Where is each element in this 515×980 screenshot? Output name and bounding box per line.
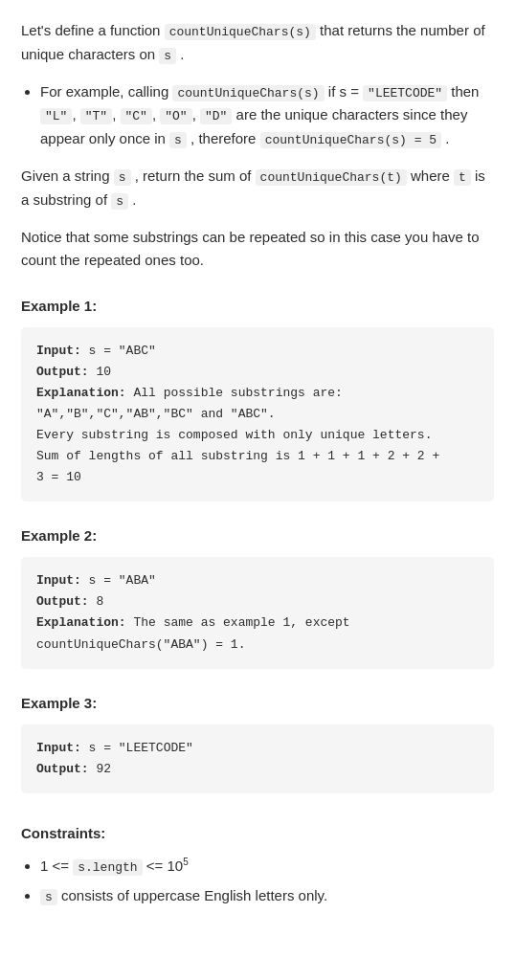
intro-list-item: For example, calling countUniqueChars(s)… [40, 80, 494, 151]
constraints-section: Constraints: 1 <= s.length <= 105 s cons… [21, 822, 494, 908]
example-3-title: Example 3: [21, 692, 494, 715]
func-inline-2: countUniqueChars(s) [172, 85, 324, 101]
example-1-code: Input: s = "ABC" Output: 10 Explanation:… [21, 327, 494, 502]
example-2-code: Input: s = "ABA" Output: 8 Explanation: … [21, 557, 494, 668]
s-var-p2b: s [111, 193, 128, 210]
s-var-constraint: s [40, 889, 57, 905]
example-3-code: Input: s = "LEETCODE" Output: 92 [21, 724, 494, 793]
char-d: "D" [200, 108, 232, 124]
s-length-code: s.length [73, 859, 142, 876]
func-result: countUniqueChars(s) = 5 [260, 132, 441, 148]
example-3: Example 3: Input: s = "LEETCODE" Output:… [21, 692, 494, 793]
leetcode-val: "LEETCODE" [363, 85, 447, 101]
example-1: Example 1: Input: s = "ABC" Output: 10 E… [21, 295, 494, 502]
example-2-title: Example 2: [21, 524, 494, 547]
char-o: "O" [160, 108, 191, 124]
s-var-inline: s [159, 48, 176, 64]
example-2: Example 2: Input: s = "ABA" Output: 8 Ex… [21, 524, 494, 668]
s-var-p2: s [114, 169, 131, 186]
intro-list: For example, calling countUniqueChars(s)… [40, 80, 494, 151]
s-inline-bullet: s [169, 132, 187, 148]
problem-description: Let's define a function countUniqueChars… [21, 19, 494, 907]
func-countUniqueChars-inline: countUniqueChars(s) [165, 24, 316, 40]
intro-paragraph: Let's define a function countUniqueChars… [21, 19, 494, 67]
superscript-5: 5 [183, 857, 189, 867]
paragraph-3: Notice that some substrings can be repea… [21, 226, 494, 272]
paragraph-2: Given a string s , return the sum of cou… [21, 165, 494, 212]
constraint-1: 1 <= s.length <= 105 [40, 855, 494, 879]
func-countUniqueChars-t: countUniqueChars(t) [256, 169, 407, 186]
constraints-title: Constraints: [21, 822, 494, 845]
example-1-title: Example 1: [21, 295, 494, 318]
constraint-2: s consists of uppercase English letters … [40, 884, 494, 908]
char-t: "T" [80, 108, 112, 124]
t-var: t [454, 169, 471, 186]
constraints-list: 1 <= s.length <= 105 s consists of upper… [40, 855, 494, 908]
char-c: "C" [121, 108, 152, 124]
chars-list: "L" [40, 108, 72, 124]
